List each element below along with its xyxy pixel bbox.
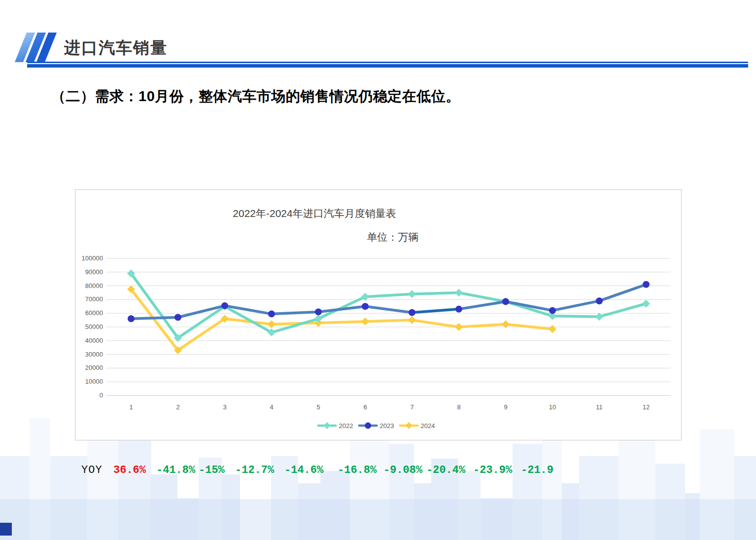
svg-text:10: 10: [549, 403, 556, 411]
yoy-label: YOY: [81, 464, 103, 476]
svg-text:30000: 30000: [85, 351, 103, 358]
svg-text:70000: 70000: [85, 295, 103, 303]
yoy-value: -20.4%: [426, 464, 465, 476]
legend-marker-icon: [399, 422, 418, 430]
page-title: 进口汽车销量: [64, 37, 168, 59]
header-rule: [27, 62, 748, 68]
svg-text:0: 0: [100, 392, 103, 399]
svg-text:9: 9: [504, 403, 507, 411]
svg-text:11: 11: [596, 403, 603, 411]
chart-panel: 0100002000030000400005000060000700008000…: [75, 189, 682, 440]
svg-text:80000: 80000: [85, 282, 103, 289]
svg-text:40000: 40000: [85, 337, 103, 344]
gridlines-and-axes: 0100002000030000400005000060000700008000…: [82, 254, 671, 411]
svg-text:7: 7: [410, 403, 413, 411]
svg-text:60000: 60000: [85, 309, 103, 317]
sales-line-chart: 0100002000030000400005000060000700008000…: [75, 190, 682, 441]
svg-text:8: 8: [457, 403, 460, 411]
legend-item-2022: 2022: [317, 422, 353, 430]
chart-title: 2022年-2024年进口汽车月度销量表: [233, 207, 396, 220]
yoy-value: 36.6%: [113, 464, 146, 476]
svg-text:12: 12: [643, 403, 650, 411]
slide-page: { "header": { "title": "进口汽车销量", "accent…: [0, 0, 756, 540]
svg-text:90000: 90000: [85, 268, 103, 276]
yoy-value: -15%: [199, 464, 225, 476]
section-subtitle: （二）需求：10月份，整体汽车市场的销售情况仍稳定在低位。: [51, 87, 702, 107]
chart-legend: 202220232024: [317, 422, 435, 430]
legend-marker-icon: [317, 422, 337, 430]
yoy-value: -9.08%: [383, 464, 422, 476]
legend-marker-icon: [358, 422, 378, 430]
svg-text:20000: 20000: [85, 364, 103, 371]
yoy-value: -14.6%: [284, 464, 323, 476]
series-2024: [127, 285, 556, 354]
svg-text:10000: 10000: [85, 378, 103, 385]
legend-item-2024: 2024: [399, 422, 435, 430]
corner-accent-square: [0, 523, 12, 536]
svg-text:6: 6: [363, 403, 367, 411]
logo-slashes: [14, 33, 68, 64]
yoy-value: -41.8%: [156, 464, 195, 476]
yoy-value: -23.9%: [473, 464, 512, 476]
legend-label: 2022: [339, 422, 353, 430]
legend-label: 2023: [380, 422, 394, 430]
svg-text:4: 4: [270, 403, 273, 411]
legend-label: 2024: [420, 422, 435, 430]
chart-unit-label: 单位：万辆: [367, 230, 419, 244]
svg-text:5: 5: [316, 403, 320, 411]
yoy-value: -21.9: [521, 464, 553, 476]
svg-text:2: 2: [176, 403, 179, 411]
svg-text:3: 3: [223, 403, 226, 411]
legend-item-2023: 2023: [358, 422, 394, 430]
yoy-value: -16.8%: [338, 464, 377, 476]
yoy-value: -12.7%: [235, 464, 274, 476]
svg-text:1: 1: [129, 403, 133, 411]
svg-text:50000: 50000: [85, 323, 103, 330]
svg-text:100000: 100000: [82, 254, 103, 262]
yoy-row: YOY 36.6%-41.8%-15%-12.7%-14.6%-16.8%-9.…: [0, 464, 756, 482]
